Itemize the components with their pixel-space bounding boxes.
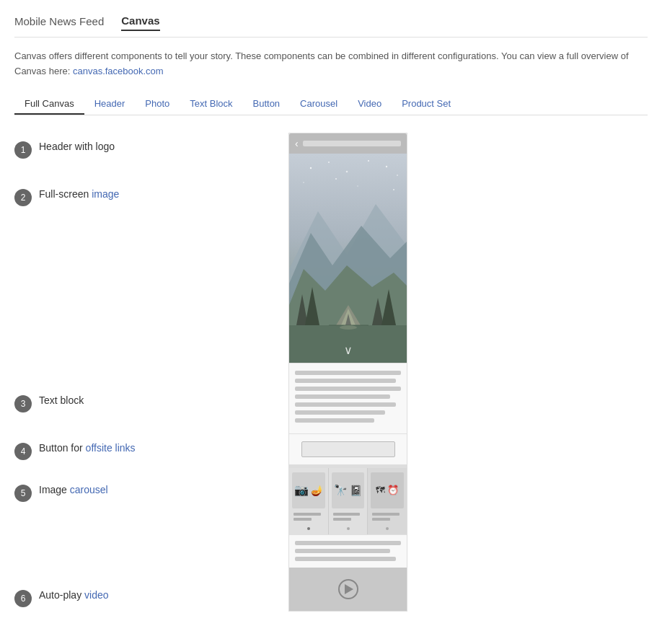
notebook-icon: 📓: [350, 485, 362, 496]
step-label-2: Full-screen image: [39, 188, 119, 202]
card-1-text: [292, 511, 325, 526]
step-number-3: 3: [14, 395, 32, 413]
svg-point-2: [328, 162, 330, 163]
description-text: Canvas offers different components to te…: [14, 49, 648, 79]
tab-text-block[interactable]: Text Block: [180, 94, 242, 115]
phone-hero-image: ∨: [289, 154, 407, 363]
svg-point-10: [393, 188, 394, 190]
tab-photo[interactable]: Photo: [135, 94, 180, 115]
step-number-2: 2: [14, 189, 32, 206]
main-content: 1 Header with logo 2 Full-screen image 3…: [14, 133, 648, 630]
nav-canvas[interactable]: Canvas: [121, 14, 159, 31]
phone-carousel-section: 📷 🪔 🔭: [289, 464, 407, 534]
step-number-4: 4: [14, 443, 32, 460]
card-2-icons: 🔭 📓: [332, 472, 365, 508]
hero-svg: [289, 154, 407, 363]
step-6: 6 Auto-play video: [14, 588, 274, 607]
step-number-1: 1: [14, 141, 32, 159]
card-3-icons: 🗺 ⏰: [371, 472, 404, 508]
step-number-6: 6: [14, 590, 32, 607]
phone-header-logo-bar: [303, 141, 401, 146]
card-2-text: [332, 511, 365, 526]
card-1-line-2: [294, 518, 312, 521]
nav-mobile-news-feed[interactable]: Mobile News Feed: [14, 15, 104, 30]
carousel-card-1: 📷 🪔: [289, 468, 329, 534]
back-arrow-icon: ‹: [295, 138, 299, 149]
clock-icon: ⏰: [387, 485, 399, 495]
step-label-5: Image carousel: [39, 483, 108, 498]
tab-bar: Full Canvas Header Photo Text Block Butt…: [14, 94, 648, 115]
mock-cta-button: [301, 441, 395, 457]
video-preview: [289, 568, 407, 611]
step-number-5: 5: [14, 485, 32, 502]
text-line-b3: [295, 557, 396, 561]
phone-text-block-2: [289, 534, 407, 568]
card-3-text: [371, 511, 404, 526]
dot-active: [307, 527, 310, 530]
phone-preview-panel: ‹: [288, 133, 648, 630]
carousel-card-3: 🗺 ⏰: [368, 468, 407, 534]
step-label-6: Auto-play video: [39, 588, 109, 603]
card-3-dot: [371, 526, 404, 531]
lantern-icon: 🪔: [311, 485, 323, 496]
step-1: 1 Header with logo: [14, 140, 274, 159]
text-line-b1: [295, 541, 401, 545]
binoculars-icon: 🔭: [334, 484, 348, 497]
text-line-2: [295, 379, 396, 383]
image-link[interactable]: image: [92, 188, 119, 200]
video-link[interactable]: video: [84, 589, 108, 601]
phone-text-block: [289, 363, 407, 433]
card-1-line-1: [294, 513, 321, 516]
card-2-line-2: [333, 518, 351, 521]
carousel-link[interactable]: carousel: [70, 484, 108, 495]
canvas-link[interactable]: canvas.facebook.com: [73, 66, 164, 76]
card-1-icons: 📷 🪔: [292, 472, 325, 508]
tab-video[interactable]: Video: [348, 94, 392, 115]
svg-point-9: [357, 185, 358, 187]
text-line-5: [295, 402, 396, 407]
card-1-dot: [292, 526, 325, 531]
dot-inactive-2: [386, 527, 389, 530]
svg-point-4: [368, 160, 369, 162]
steps-panel: 1 Header with logo 2 Full-screen image 3…: [14, 133, 274, 630]
step-label-1: Header with logo: [39, 140, 115, 154]
step-label-3: Text block: [39, 394, 84, 408]
text-line-1: [295, 371, 401, 375]
text-line-6: [295, 410, 385, 415]
map-icon: 🗺: [376, 485, 385, 495]
svg-point-5: [386, 165, 387, 167]
step-label-4: Button for offsite links: [39, 441, 136, 456]
tab-carousel[interactable]: Carousel: [290, 94, 348, 115]
phone-mockup: ‹: [288, 133, 407, 612]
svg-point-23: [340, 325, 357, 330]
card-3-line-2: [372, 518, 390, 521]
tab-full-canvas[interactable]: Full Canvas: [14, 94, 84, 115]
tab-product-set[interactable]: Product Set: [392, 94, 461, 115]
step-3: 3 Text block: [14, 394, 274, 413]
svg-point-8: [335, 178, 337, 180]
step-2: 2 Full-screen image: [14, 188, 274, 206]
play-button[interactable]: [338, 579, 358, 599]
text-line-4: [295, 394, 390, 399]
text-line-7: [295, 418, 374, 423]
svg-point-3: [346, 170, 348, 172]
offsite-link[interactable]: offsite links: [86, 442, 136, 454]
card-3-line-1: [372, 513, 400, 516]
scroll-down-indicator: ∨: [344, 343, 353, 357]
tab-header[interactable]: Header: [84, 94, 136, 115]
carousel-card-2: 🔭 📓: [329, 468, 368, 534]
step-4: 4 Button for offsite links: [14, 441, 274, 460]
phone-carousel: 📷 🪔 🔭: [289, 467, 407, 534]
card-2-line-1: [333, 513, 361, 516]
top-navigation: Mobile News Feed Canvas: [14, 14, 648, 38]
svg-point-7: [303, 182, 304, 183]
text-line-3: [295, 387, 401, 391]
play-triangle-icon: [345, 584, 353, 594]
tab-button[interactable]: Button: [243, 94, 291, 115]
phone-button-block: [289, 433, 407, 464]
card-2-dot: [332, 526, 365, 531]
svg-point-1: [310, 167, 312, 168]
camera-icon: 📷: [294, 483, 309, 497]
dot-inactive: [347, 527, 350, 530]
phone-header-bar: ‹: [289, 133, 407, 154]
